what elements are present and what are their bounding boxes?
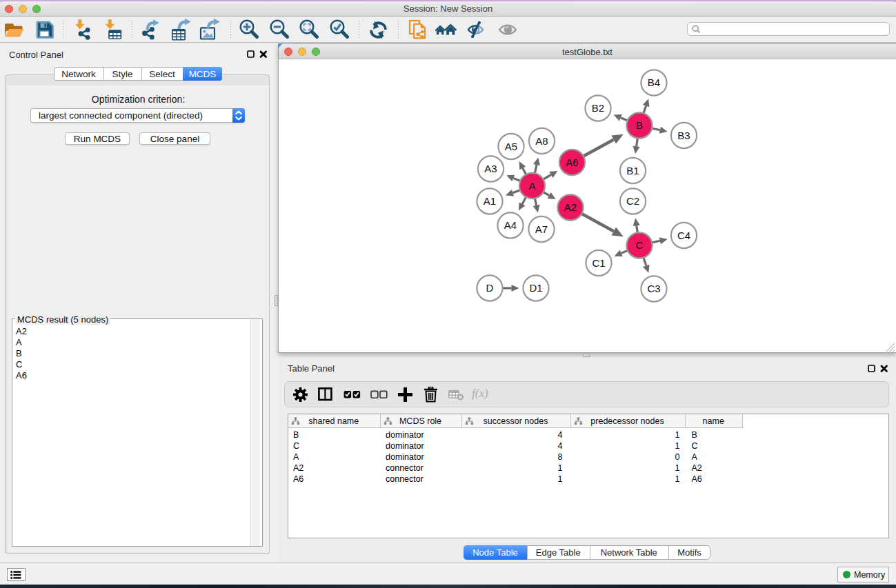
svg-text:A8: A8 [535, 135, 548, 147]
svg-text:A: A [528, 180, 535, 192]
svg-text:C: C [636, 239, 644, 251]
svg-text:C3: C3 [647, 283, 660, 294]
svg-text:C2: C2 [626, 195, 639, 207]
svg-text:A2: A2 [564, 201, 577, 213]
svg-text:B4: B4 [648, 77, 660, 88]
svg-text:A4: A4 [504, 219, 517, 231]
svg-text:C1: C1 [592, 257, 605, 269]
svg-text:C4: C4 [677, 230, 690, 241]
svg-text:A5: A5 [505, 141, 517, 152]
svg-text:A6: A6 [566, 156, 578, 168]
svg-text:D: D [486, 282, 494, 294]
svg-text:A1: A1 [484, 195, 496, 207]
svg-text:D1: D1 [529, 282, 542, 294]
svg-text:B1: B1 [626, 165, 639, 176]
svg-text:B: B [636, 119, 643, 131]
svg-text:B2: B2 [592, 102, 604, 114]
svg-text:A7: A7 [535, 223, 548, 235]
svg-text:A3: A3 [484, 163, 497, 174]
svg-text:B3: B3 [677, 130, 690, 141]
